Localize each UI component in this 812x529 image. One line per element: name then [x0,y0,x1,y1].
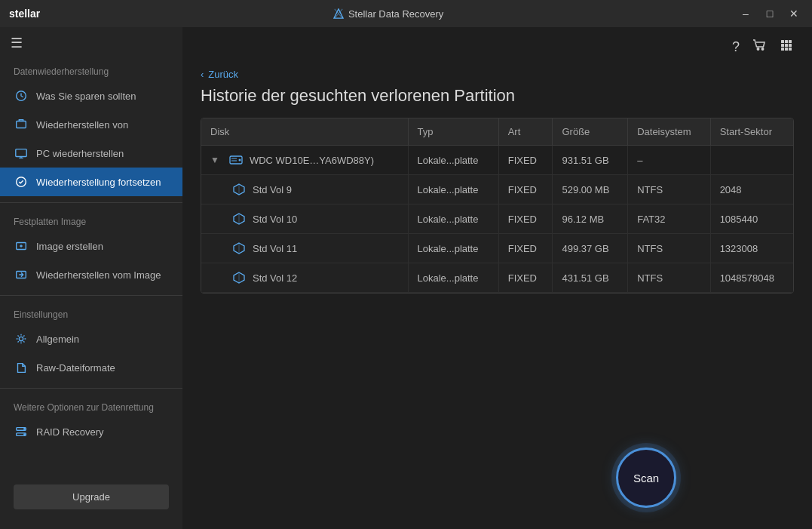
pc-icon [14,146,29,161]
startsektor-cell: 2048 [710,175,793,205]
startsektor-cell: 1048578048 [710,263,793,293]
svg-point-23 [238,159,241,161]
maximize-button[interactable]: □ [761,5,779,23]
raw-icon [14,360,29,375]
gear-icon [14,331,29,346]
back-link[interactable]: ‹ Zurück [182,64,256,80]
col-art: Art [498,118,553,146]
svg-rect-14 [785,40,788,43]
art-cell: FIXED [498,263,553,293]
divider-1 [0,202,182,203]
disk-name: Std Vol 9 [253,184,292,195]
grid-button[interactable] [779,38,794,57]
titlebar: stellar Stellar Data Recovery – □ ✕ [0,0,812,27]
groesse-cell: 96.12 MB [553,205,628,234]
volume-icon [231,270,247,285]
sidebar-item-save[interactable]: Was Sie sparen sollten [0,82,182,110]
typ-cell: Lokale...platte [408,263,498,293]
restore-from-icon [14,117,29,132]
help-button[interactable]: ? [732,39,740,55]
disk-cell: Std Vol 9 [201,175,408,205]
disk-name: Std Vol 12 [253,272,297,284]
create-image-icon [14,238,29,254]
sidebar-item-restore-image[interactable]: Wiederherstellen vom Image [0,260,182,289]
dateisystem-cell: NTFS [628,263,710,293]
disk-table-container: Disk Typ Art Größe Dateisystem Start-Sek… [201,118,794,294]
svg-point-12 [761,48,763,50]
page-title: Historie der gesuchten verlorenen Partit… [182,80,812,118]
svg-rect-21 [789,48,792,51]
window-title: Stellar Data Recovery [333,8,443,20]
app-logo: stellar [9,8,40,20]
volume-icon [231,182,247,197]
col-startsektor: Start-Sektor [710,118,793,146]
typ-cell: Lokale...platte [408,234,498,263]
scan-button[interactable]: Scan [616,447,676,508]
upgrade-button[interactable]: Upgrade [14,484,169,509]
section-recovery-label: Datenwiederherstellung [0,59,182,82]
disk-name: Std Vol 10 [253,214,297,225]
sidebar-spacer [0,446,182,477]
drive-icon [228,152,244,168]
dateisystem-cell: FAT32 [628,205,710,234]
svg-rect-19 [781,48,784,51]
restore-image-icon [14,267,29,282]
table-row[interactable]: Std Vol 10 Lokale...platte FIXED 96.12 M… [201,205,793,234]
sidebar-item-create-image[interactable]: Image erstellen [0,232,182,260]
art-cell: FIXED [498,205,553,234]
table-row[interactable]: Std Vol 11 Lokale...platte FIXED 499.37 … [201,234,793,263]
disk-cell: Std Vol 11 [201,234,408,263]
minimize-button[interactable]: – [737,5,755,23]
main-content: ? [182,27,812,529]
section-settings-label: Einstellungen [0,302,182,324]
raid-icon [14,424,29,439]
close-button[interactable]: ✕ [785,5,803,23]
back-arrow: ‹ [201,69,204,80]
svg-point-11 [757,48,758,50]
svg-rect-1 [17,121,26,128]
startsektor-cell [710,146,793,175]
groesse-cell: 499.37 GB [553,234,628,263]
continue-icon [14,174,29,189]
art-cell: FIXED [498,175,553,205]
svg-rect-18 [789,44,792,47]
svg-rect-2 [16,149,26,157]
col-typ: Typ [408,118,498,146]
save-icon [14,88,29,103]
sidebar-item-general[interactable]: Allgemein [0,324,182,353]
sidebar-item-restore-pc[interactable]: PC wiederherstellen [0,139,182,168]
groesse-cell: 431.51 GB [553,263,628,293]
table-header-row: Disk Typ Art Größe Dateisystem Start-Sek… [201,118,793,146]
table-row[interactable]: Std Vol 9 Lokale...platte FIXED 529.00 M… [201,175,793,205]
typ-cell: Lokale...platte [408,146,498,175]
back-label: Zurück [208,69,238,80]
sidebar-item-raid[interactable]: RAID Recovery [0,417,182,446]
sidebar-item-raw-formats[interactable]: Raw-Dateiformate [0,353,182,382]
hamburger-button[interactable]: ☰ [11,35,23,51]
sidebar-item-restore-from[interactable]: Wiederherstellen von [0,110,182,139]
groesse-cell: 529.00 MB [553,175,628,205]
volume-icon [231,241,247,256]
main-header: ? [182,27,812,64]
disk-name: Std Vol 11 [253,243,297,254]
divider-3 [0,388,182,389]
sidebar-top: ☰ [0,27,182,59]
disk-cell: Std Vol 12 [201,263,408,293]
svg-point-10 [24,434,25,435]
app-body: ☰ Datenwiederherstellung Was Sie sparen … [0,27,812,529]
typ-cell: Lokale...platte [408,175,498,205]
cart-button[interactable] [752,38,767,57]
expand-arrow: ▼ [210,155,219,165]
table-row[interactable]: ▼ WDC WD10E…YA6WD88Y) [201,146,793,175]
startsektor-cell: 1323008 [710,234,793,263]
disk-table: Disk Typ Art Größe Dateisystem Start-Sek… [201,118,793,293]
sidebar-item-continue-recovery[interactable]: Wiederherstellung fortsetzen [0,168,182,196]
volume-icon [231,211,247,226]
sidebar: ☰ Datenwiederherstellung Was Sie sparen … [0,27,182,529]
disk-name: WDC WD10E…YA6WD88Y) [250,155,374,166]
table-row[interactable]: Std Vol 12 Lokale...platte FIXED 431.51 … [201,263,793,293]
svg-point-9 [24,429,25,429]
art-cell: FIXED [498,234,553,263]
scan-button-container: Scan [616,447,676,508]
col-dateisystem: Dateisystem [628,118,710,146]
